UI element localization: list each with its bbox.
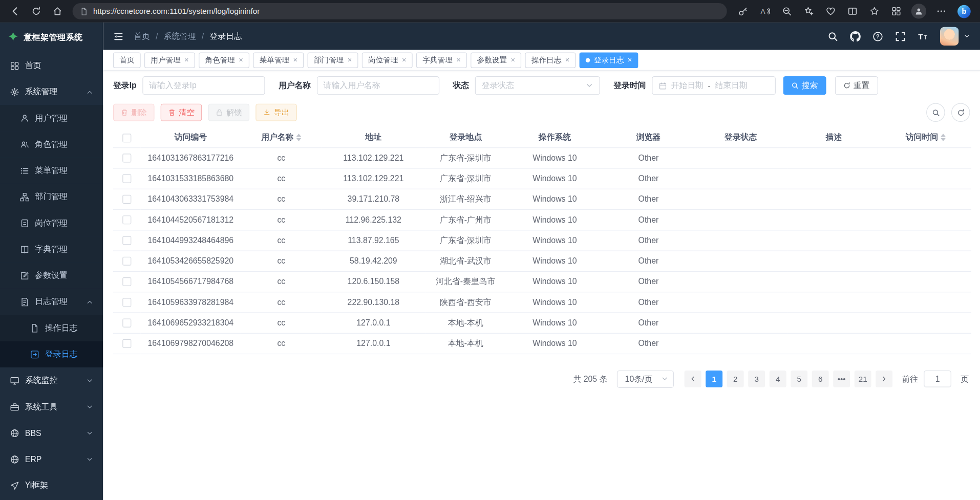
sidebar-item-loginlog[interactable]: 登录日志 bbox=[0, 341, 103, 367]
sidebar-item-log[interactable]: 日志管理 bbox=[0, 289, 103, 315]
page-button-21[interactable]: 21 bbox=[855, 371, 871, 387]
sidebar-item-bbs[interactable]: BBS bbox=[0, 420, 103, 446]
row-checkbox[interactable] bbox=[122, 195, 131, 204]
row-checkbox[interactable] bbox=[122, 154, 131, 163]
tab-dict[interactable]: 字典管理× bbox=[416, 52, 467, 68]
tab-operlog[interactable]: 操作日志× bbox=[525, 52, 576, 68]
row-checkbox[interactable] bbox=[122, 257, 131, 266]
status-select[interactable]: 登录状态 bbox=[475, 76, 600, 95]
header-search-icon[interactable] bbox=[827, 31, 838, 41]
next-page-button[interactable] bbox=[876, 371, 892, 387]
sidebar-item-user[interactable]: 用户管理 bbox=[0, 105, 103, 131]
sort-icon[interactable] bbox=[296, 134, 302, 142]
github-icon[interactable] bbox=[850, 31, 861, 41]
site-info-icon[interactable] bbox=[80, 7, 88, 15]
sidebar-item-system[interactable]: 系统管理 bbox=[0, 79, 103, 105]
export-button[interactable]: 导出 bbox=[255, 104, 297, 121]
close-tab-icon[interactable]: × bbox=[239, 56, 243, 64]
sidebar-item-monitor[interactable]: 系统监控 bbox=[0, 367, 103, 394]
close-tab-icon[interactable]: × bbox=[456, 56, 461, 64]
close-tab-icon[interactable]: × bbox=[565, 56, 570, 64]
font-size-icon[interactable]: TT bbox=[918, 31, 928, 41]
unlock-button[interactable]: 解锁 bbox=[208, 104, 249, 121]
sidebar-item-erp[interactable]: ERP bbox=[0, 446, 103, 472]
collapse-menu-icon[interactable] bbox=[113, 31, 124, 41]
tab-role[interactable]: 角色管理× bbox=[199, 52, 249, 68]
column-header[interactable]: 访问时间 bbox=[880, 128, 971, 147]
tab-post[interactable]: 岗位管理× bbox=[362, 52, 413, 68]
page-button-4[interactable]: 4 bbox=[770, 371, 786, 387]
sidebar-item-param[interactable]: 参数设置 bbox=[0, 263, 103, 289]
back-icon[interactable] bbox=[5, 3, 25, 20]
page-button-3[interactable]: 3 bbox=[748, 371, 765, 387]
close-tab-icon[interactable]: × bbox=[348, 56, 352, 64]
tab-param[interactable]: 参数设置× bbox=[471, 52, 521, 68]
username-input[interactable]: 请输入用户名称 bbox=[316, 76, 439, 95]
row-checkbox[interactable] bbox=[122, 215, 131, 224]
tab-dept[interactable]: 部门管理× bbox=[308, 52, 358, 68]
help-icon[interactable]: ? bbox=[872, 31, 883, 41]
tab-home[interactable]: 首页 bbox=[113, 52, 141, 68]
zoom-icon[interactable] bbox=[777, 3, 797, 20]
delete-button[interactable]: 删除 bbox=[113, 104, 155, 121]
avatar-dropdown-icon[interactable] bbox=[964, 33, 970, 39]
tab-menu[interactable]: 菜单管理× bbox=[253, 52, 304, 68]
password-key-icon[interactable] bbox=[733, 3, 753, 20]
browser-profile-avatar[interactable] bbox=[911, 4, 926, 18]
bing-logo[interactable]: b bbox=[957, 5, 971, 18]
tab-user[interactable]: 用户管理× bbox=[144, 52, 195, 68]
date-range-picker[interactable]: 开始日期 - 结束日期 bbox=[652, 76, 776, 95]
sort-icon[interactable] bbox=[941, 134, 946, 142]
read-aloud-icon[interactable]: A bbox=[755, 3, 775, 20]
row-checkbox[interactable] bbox=[122, 277, 131, 286]
close-tab-icon[interactable]: × bbox=[510, 56, 515, 64]
reset-button[interactable]: 重置 bbox=[835, 76, 878, 95]
row-checkbox[interactable] bbox=[122, 298, 131, 307]
login-ip-input[interactable]: 请输入登录Ip bbox=[142, 76, 265, 95]
page-button-2[interactable]: 2 bbox=[727, 371, 744, 387]
row-checkbox[interactable] bbox=[122, 339, 131, 348]
collections-icon[interactable] bbox=[886, 3, 906, 20]
pagination-ellipsis[interactable]: ••• bbox=[833, 371, 850, 387]
close-tab-icon[interactable]: × bbox=[402, 56, 407, 64]
sidebar-item-menu[interactable]: 菜单管理 bbox=[0, 158, 103, 184]
home-icon[interactable] bbox=[48, 3, 68, 20]
refresh-table-button[interactable] bbox=[951, 103, 970, 122]
sidebar-item-role[interactable]: 角色管理 bbox=[0, 131, 103, 157]
sidebar-item-operlog[interactable]: 操作日志 bbox=[0, 315, 103, 341]
breadcrumb-item[interactable]: 首页 bbox=[134, 31, 150, 42]
favorites-icon[interactable] bbox=[864, 3, 884, 20]
sidebar-item-yi[interactable]: Yi框架 bbox=[0, 472, 103, 498]
close-tab-icon[interactable]: × bbox=[628, 56, 632, 64]
clear-button[interactable]: 清空 bbox=[161, 104, 202, 121]
refresh-icon[interactable] bbox=[26, 3, 46, 20]
row-checkbox[interactable] bbox=[122, 175, 131, 183]
sidebar-item-post[interactable]: 岗位管理 bbox=[0, 210, 103, 236]
prev-page-button[interactable] bbox=[685, 371, 701, 387]
close-tab-icon[interactable]: × bbox=[293, 56, 298, 64]
toggle-search-button[interactable] bbox=[926, 103, 945, 122]
sidebar-item-tools[interactable]: 系统工具 bbox=[0, 394, 103, 420]
page-button-1[interactable]: 1 bbox=[706, 371, 722, 387]
address-bar[interactable]: https://ccnetcore.com:1101/system/log/lo… bbox=[73, 3, 727, 19]
user-avatar[interactable] bbox=[940, 27, 959, 46]
settings-menu-icon[interactable] bbox=[931, 3, 951, 20]
sidebar-item-home[interactable]: 首页 bbox=[0, 53, 103, 79]
select-all-checkbox[interactable] bbox=[122, 134, 131, 142]
split-screen-icon[interactable] bbox=[843, 3, 863, 20]
close-tab-icon[interactable]: × bbox=[184, 56, 189, 64]
page-size-select[interactable]: 10条/页 bbox=[617, 370, 674, 387]
sidebar-item-dict[interactable]: 字典管理 bbox=[0, 236, 103, 262]
goto-page-input[interactable] bbox=[924, 371, 951, 387]
search-button[interactable]: 搜索 bbox=[783, 76, 826, 95]
sidebar-item-dept[interactable]: 部门管理 bbox=[0, 184, 103, 210]
page-button-5[interactable]: 5 bbox=[791, 371, 807, 387]
breadcrumb-item[interactable]: 系统管理 bbox=[163, 31, 196, 42]
browser-essentials-icon[interactable] bbox=[821, 3, 841, 20]
fullscreen-icon[interactable] bbox=[895, 31, 906, 41]
page-button-6[interactable]: 6 bbox=[812, 371, 829, 387]
add-favorite-icon[interactable] bbox=[799, 3, 819, 20]
row-checkbox[interactable] bbox=[122, 319, 131, 328]
column-header[interactable]: 用户名称 bbox=[241, 128, 322, 147]
row-checkbox[interactable] bbox=[122, 236, 131, 245]
